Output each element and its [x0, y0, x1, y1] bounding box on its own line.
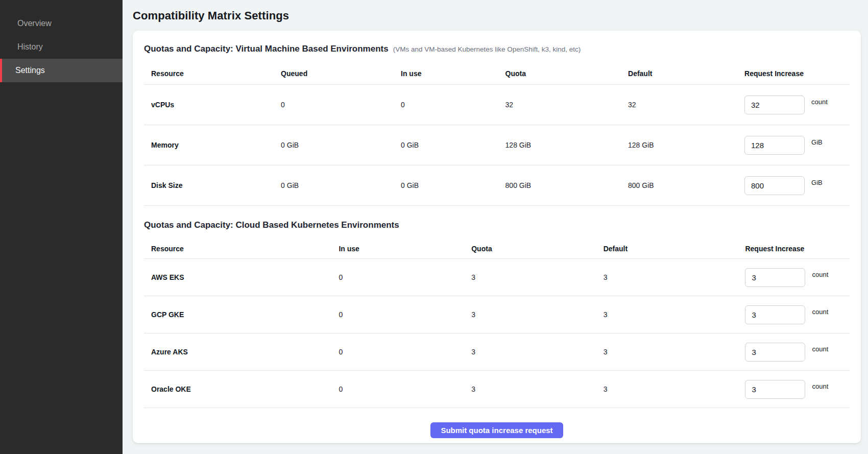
table-row-memory: Memory 0 GiB 0 GiB 128 GiB 128 GiB GiB: [144, 125, 850, 165]
resource-name: Memory: [144, 141, 281, 149]
request-increase-cell: GiB: [744, 136, 850, 155]
unit-label: GiB: [811, 179, 823, 186]
submit-quota-button[interactable]: Submit quota increase request: [430, 422, 563, 438]
page-title: Compatibility Matrix Settings: [133, 9, 861, 22]
azure-aks-request-input[interactable]: [745, 343, 805, 362]
quota-value: 128 GiB: [505, 141, 628, 149]
in-use-value: 0: [339, 273, 471, 281]
column-header-queued: Queued: [281, 69, 401, 78]
table-row-vcpus: vCPUs 0 0 32 32 count: [144, 85, 850, 125]
table-row-disk-size: Disk Size 0 GiB 0 GiB 800 GiB 800 GiB Gi…: [144, 165, 850, 206]
sidebar-item-label: Settings: [15, 66, 45, 75]
queued-value: 0 GiB: [281, 141, 401, 149]
column-header-default: Default: [628, 69, 744, 78]
in-use-value: 0 GiB: [401, 181, 505, 189]
in-use-value: 0: [339, 348, 471, 356]
resource-name: AWS EKS: [144, 273, 339, 281]
resource-name: vCPUs: [144, 101, 281, 109]
table-header-row: Resource Queued In use Quota Default Req…: [144, 62, 850, 85]
queued-value: 0 GiB: [281, 181, 401, 189]
quota-value: 800 GiB: [505, 181, 628, 189]
unit-label: count: [812, 345, 828, 353]
request-increase-cell: count: [744, 95, 850, 114]
request-increase-cell: count: [745, 343, 850, 362]
settings-card: Quotas and Capacity: Virtual Machine Bas…: [133, 31, 861, 443]
sidebar-item-label: Overview: [17, 19, 52, 28]
in-use-value: 0: [401, 101, 505, 109]
queued-value: 0: [281, 101, 401, 109]
vcpus-request-input[interactable]: [744, 95, 805, 114]
disk-size-request-input[interactable]: [744, 176, 805, 195]
request-increase-cell: count: [745, 380, 850, 399]
gcp-gke-request-input[interactable]: [745, 305, 805, 324]
quota-value: 3: [471, 273, 603, 281]
resource-name: Disk Size: [144, 181, 281, 189]
resource-name: Azure AKS: [144, 348, 339, 356]
in-use-value: 0: [339, 385, 471, 393]
memory-request-input[interactable]: [744, 136, 805, 155]
unit-label: GiB: [811, 138, 823, 146]
column-header-quota: Quota: [505, 69, 628, 78]
k8s-section-heading: Quotas and Capacity: Cloud Based Kuberne…: [144, 220, 850, 230]
oracle-oke-request-input[interactable]: [745, 380, 805, 399]
unit-label: count: [812, 308, 828, 316]
column-header-request-increase: Request Increase: [744, 69, 850, 78]
unit-label: count: [812, 271, 828, 278]
default-value: 800 GiB: [628, 181, 744, 189]
default-value: 3: [604, 310, 745, 319]
sidebar-item-history[interactable]: History: [0, 35, 123, 59]
default-value: 32: [628, 101, 744, 109]
request-increase-cell: GiB: [744, 176, 850, 195]
column-header-default: Default: [604, 245, 745, 253]
k8s-quota-table: Resource In use Quota Default Request In…: [144, 238, 850, 408]
column-header-resource: Resource: [144, 69, 281, 78]
table-row-gcp-gke: GCP GKE 0 3 3 count: [144, 296, 850, 333]
quota-value: 3: [471, 348, 603, 356]
sidebar-item-overview[interactable]: Overview: [0, 12, 123, 35]
submit-row: Submit quota increase request: [144, 422, 850, 438]
aws-eks-request-input[interactable]: [745, 268, 805, 287]
quota-value: 32: [505, 101, 628, 109]
column-header-in-use: In use: [339, 245, 471, 253]
column-header-resource: Resource: [144, 245, 339, 253]
table-row-aws-eks: AWS EKS 0 3 3 count: [144, 259, 850, 296]
vm-section-subtitle: (VMs and VM-based Kubernetes like OpenSh…: [393, 45, 581, 53]
column-header-request-increase: Request Increase: [745, 245, 850, 253]
request-increase-cell: count: [745, 268, 850, 287]
in-use-value: 0: [339, 310, 471, 319]
main-content: Compatibility Matrix Settings Quotas and…: [123, 0, 868, 454]
vm-section-heading: Quotas and Capacity: Virtual Machine Bas…: [144, 44, 389, 54]
vm-quota-table: Resource Queued In use Quota Default Req…: [144, 62, 850, 206]
vm-section-header: Quotas and Capacity: Virtual Machine Bas…: [144, 44, 850, 54]
default-value: 3: [604, 385, 745, 393]
default-value: 3: [604, 348, 745, 356]
in-use-value: 0 GiB: [401, 141, 505, 149]
sidebar-item-settings[interactable]: Settings: [0, 59, 123, 82]
table-header-row: Resource In use Quota Default Request In…: [144, 238, 850, 259]
table-row-oracle-oke: Oracle OKE 0 3 3 count: [144, 371, 850, 408]
resource-name: GCP GKE: [144, 310, 339, 319]
resource-name: Oracle OKE: [144, 385, 339, 393]
default-value: 3: [604, 273, 745, 281]
column-header-in-use: In use: [401, 69, 505, 78]
sidebar: Overview History Settings: [0, 0, 123, 454]
table-row-azure-aks: Azure AKS 0 3 3 count: [144, 333, 850, 371]
request-increase-cell: count: [745, 305, 850, 324]
unit-label: count: [812, 383, 828, 390]
sidebar-nav: Overview History Settings: [0, 12, 123, 82]
sidebar-item-label: History: [17, 42, 43, 52]
quota-value: 3: [471, 310, 603, 319]
default-value: 128 GiB: [628, 141, 744, 149]
quota-value: 3: [471, 385, 603, 393]
column-header-quota: Quota: [471, 245, 603, 253]
unit-label: count: [811, 98, 828, 106]
